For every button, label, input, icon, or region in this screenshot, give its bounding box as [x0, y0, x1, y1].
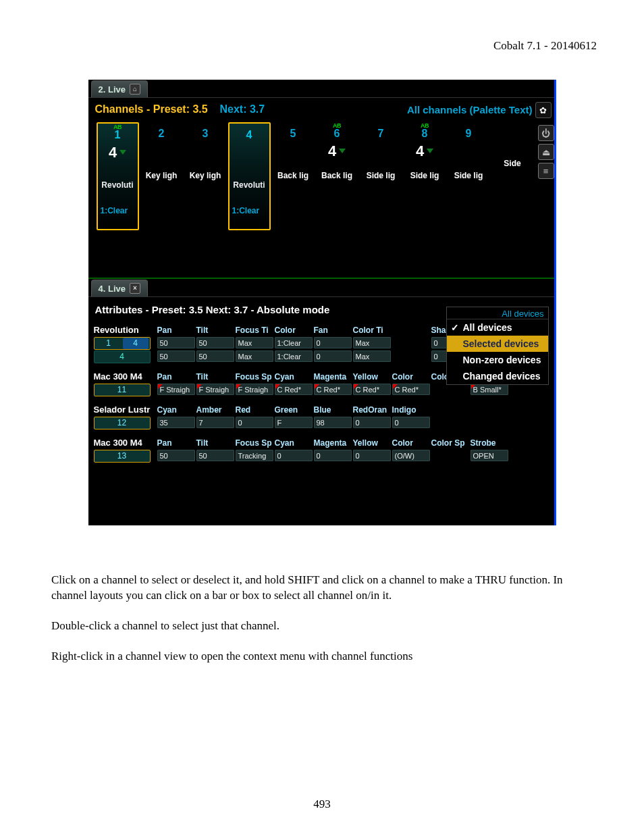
device-filter-item[interactable]: Selected devices	[447, 336, 548, 352]
attr-header: Focus Sp	[236, 438, 275, 449]
attr-header: Color Ti	[353, 325, 392, 336]
attr-cell[interactable]: B Small*	[471, 384, 508, 395]
attr-header: Magenta	[314, 438, 353, 449]
attr-cell[interactable]: 50	[196, 350, 234, 362]
attr-row[interactable]: 123570F9800	[94, 417, 550, 429]
attr-cell[interactable]: 98	[314, 417, 352, 428]
attr-cell[interactable]: C Red*	[353, 384, 391, 395]
attr-header: Pan	[157, 325, 196, 336]
attr-cell[interactable]: Max	[353, 350, 391, 362]
app-screenshot: 2. Live ⌂ ✿ ⏻ ⏏ ≡ Channels - Preset: 3.5…	[88, 80, 556, 525]
attr-row[interactable]: 135050Tracking000(O/W)OPEN	[94, 450, 550, 463]
channel-strip: AB14Revoluti1:Clear2Key ligh3Key ligh4Re…	[94, 121, 534, 271]
attr-header: Magenta	[314, 372, 353, 383]
device-filter-header: All devices	[447, 307, 548, 319]
palette-mode-label: All channels (Palette Text)	[407, 104, 533, 115]
attr-header: Amber	[196, 405, 236, 416]
attr-header: Focus Ti	[236, 325, 275, 336]
attr-header: Color	[392, 438, 431, 449]
attr-cell[interactable]: F Straigh	[196, 384, 234, 395]
device-name: Selador Lustr	[94, 405, 157, 416]
channel-tile[interactable]: AB84Side lig	[404, 122, 446, 230]
attr-cell[interactable]: 0	[236, 417, 273, 428]
attr-header: Strobe	[471, 438, 510, 449]
attr-header: Green	[275, 405, 314, 416]
device-filter-item[interactable]: Changed devices	[447, 368, 548, 384]
attr-cell[interactable]	[431, 450, 469, 461]
attr-cell[interactable]: 0	[392, 417, 430, 428]
channel-tile[interactable]: 3Key ligh	[184, 122, 227, 230]
device-filter-item[interactable]: All devices	[447, 319, 548, 336]
attr-cell[interactable]	[392, 337, 430, 348]
channels-panel: ✿ ⏻ ⏏ ≡ Channels - Preset: 3.5 Next: 3.7…	[88, 98, 554, 279]
attr-cell[interactable]: Max	[236, 337, 273, 348]
attr-cell[interactable]: C Red*	[275, 384, 313, 395]
attr-cell[interactable]	[431, 384, 469, 395]
attr-cell[interactable]: 50	[157, 337, 195, 348]
attr-cell[interactable]: 0	[353, 417, 391, 428]
power-icon[interactable]: ⏻	[538, 125, 554, 141]
attr-header: Cyan	[157, 405, 196, 416]
settings-button[interactable]: ✿	[535, 102, 552, 118]
attr-cell[interactable]: 50	[157, 450, 195, 461]
attr-cell[interactable]: 0	[275, 450, 313, 461]
attr-header: Tilt	[196, 325, 236, 336]
attr-cell[interactable]: F	[275, 417, 313, 428]
channel-tile[interactable]: 9Side lig	[448, 122, 490, 230]
attr-cell[interactable]: Max	[353, 337, 391, 348]
attr-cell[interactable]: 50	[196, 337, 234, 348]
attr-cell[interactable]: 0	[314, 450, 352, 461]
attr-cell[interactable]: 35	[157, 417, 195, 428]
preset-label: Channels - Preset: 3.5	[95, 103, 208, 115]
channel-tile[interactable]: 5Back lig	[272, 122, 315, 230]
attr-header: Focus Sp	[236, 372, 275, 383]
side-toolbar: ⏻ ⏏ ≡	[538, 125, 553, 179]
attr-cell[interactable]: C Red*	[392, 384, 430, 395]
attr-header: Color Sp	[431, 438, 471, 449]
paragraph: Double-click a channel to select just th…	[51, 619, 593, 634]
attr-cell[interactable]: 1:Clear	[275, 350, 313, 362]
list-icon[interactable]: ≡	[538, 163, 554, 179]
attr-cell[interactable]: 0	[314, 337, 352, 348]
attr-cell[interactable]: F Straigh	[236, 384, 273, 395]
channel-tile[interactable]: AB14Revoluti1:Clear	[97, 122, 139, 230]
attr-cell[interactable]	[392, 350, 430, 362]
attribute-block: Selador LustrCyanAmberRedGreenBlueRedOra…	[94, 405, 550, 429]
attr-cell[interactable]: OPEN	[471, 450, 508, 461]
attr-cell[interactable]: C Red*	[314, 384, 352, 395]
attr-row[interactable]: 11F StraighF StraighF StraighC Red*C Red…	[94, 384, 550, 396]
attr-cell[interactable]: 7	[196, 417, 234, 428]
page-number: 493	[0, 798, 644, 811]
tab-pin-icon[interactable]: ⌂	[130, 84, 140, 95]
channel-tile[interactable]: 4Revoluti1:Clear	[228, 122, 271, 230]
attr-cell[interactable]: 0	[314, 350, 352, 362]
device-name: Revolution	[94, 325, 157, 336]
tab-live-2[interactable]: 2. Live ⌂	[91, 80, 148, 97]
channel-tile[interactable]: 2Key ligh	[140, 122, 183, 230]
channel-tile[interactable]: AB64Back lig	[316, 122, 358, 230]
channel-info-row: Channels - Preset: 3.5 Next: 3.7 All cha…	[94, 99, 534, 121]
channel-tile[interactable]: 7Side lig	[360, 122, 402, 230]
attr-cell[interactable]: 50	[157, 350, 195, 362]
attr-cell[interactable]: 0	[353, 450, 391, 461]
attr-cell[interactable]: 1:Clear	[275, 337, 313, 348]
gear-icon: ✿	[539, 105, 547, 115]
attr-cell[interactable]: 50	[196, 450, 234, 461]
body-text: Click on a channel to select or deselect…	[51, 573, 593, 664]
close-icon[interactable]: ×	[130, 283, 140, 294]
attr-cell[interactable]: Max	[236, 350, 273, 362]
attr-header: Yellow	[353, 372, 392, 383]
channel-tile[interactable]: Side	[491, 122, 533, 230]
attr-header: RedOran	[353, 405, 392, 416]
tab-live-4[interactable]: 4. Live ×	[91, 280, 148, 296]
attr-cell[interactable]: F Straigh	[157, 384, 195, 395]
eject-icon[interactable]: ⏏	[538, 144, 554, 160]
attr-header: Indigo	[392, 405, 431, 416]
attr-cell[interactable]: Tracking	[236, 450, 273, 461]
attr-header: Color	[275, 325, 314, 336]
device-filter-menu[interactable]: All devices All devicesSelected devicesN…	[446, 307, 549, 385]
device-filter-item[interactable]: Non-zero devices	[447, 352, 548, 368]
attr-cell[interactable]: (O/W)	[392, 450, 430, 461]
attr-header: Tilt	[196, 372, 236, 383]
bottom-tab-row: 4. Live ×	[88, 279, 554, 297]
